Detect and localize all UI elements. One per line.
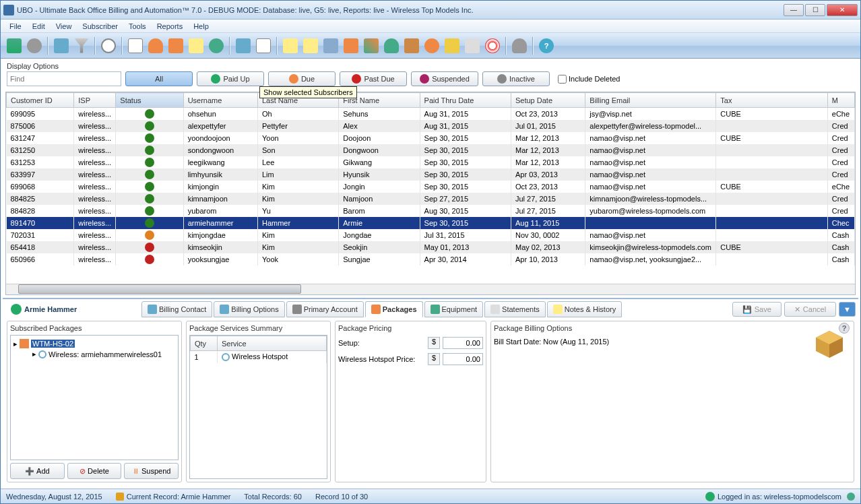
find-input[interactable] (7, 71, 121, 86)
tab-primary-account[interactable]: Primary Account (286, 301, 364, 317)
package-tree[interactable]: ▸ WTM-HS-02 ▸ Wireless: armiehammerwirel… (10, 335, 179, 460)
status-icon (145, 182, 154, 191)
package-box-icon (813, 327, 846, 359)
menu-view[interactable]: View (51, 21, 77, 32)
table-row[interactable]: 884825wireless...kimnamjoonKimNamjoonSep… (7, 193, 855, 205)
sticky-add-icon[interactable] (281, 36, 300, 55)
clock-icon[interactable] (99, 36, 118, 55)
filter-all[interactable]: All (125, 71, 193, 86)
expand-button[interactable]: ▼ (839, 302, 856, 317)
table-row[interactable]: 654418wireless...kimseokjinKimSeokjinMay… (7, 241, 855, 253)
service-cell: Wireless Hotspot (218, 351, 327, 363)
table-row[interactable]: 631250wireless...sondongwoonSonDongwoonS… (7, 144, 855, 156)
table-row[interactable]: 699095wireless...ohsehunOhSehunsAug 31, … (7, 108, 855, 121)
column-header[interactable]: ISP (74, 93, 116, 108)
spam-icon[interactable] (422, 36, 441, 55)
tree-package-node[interactable]: ▸ WTM-HS-02 (13, 338, 175, 349)
table-row[interactable]: 884828wireless...yubaromYuBaromAug 30, 2… (7, 205, 855, 217)
menu-reports[interactable]: Reports (152, 21, 188, 32)
table-row[interactable]: 631253wireless...leegikwangLeeGikwangSep… (7, 156, 855, 168)
column-header[interactable]: Username (183, 93, 257, 108)
filter-past-due[interactable]: Past Due (340, 71, 407, 86)
menu-tools[interactable]: Tools (124, 21, 151, 32)
tab-billing-options[interactable]: Billing Options (214, 301, 284, 317)
status-icon (145, 146, 154, 155)
column-header[interactable]: M (827, 93, 854, 108)
table-row[interactable]: 631247wireless...yoondoojoonYoonDoojoonS… (7, 132, 855, 144)
settings-icon[interactable] (25, 36, 44, 55)
subscribed-packages-label: Subscribed Packages (10, 324, 179, 332)
filter-icon[interactable] (72, 36, 91, 55)
status-icon (145, 158, 154, 167)
status-total-records: Total Records: 60 (244, 493, 302, 501)
include-deleted-checkbox[interactable]: Include Deleted (558, 75, 620, 84)
column-header[interactable]: Status (116, 93, 183, 108)
tab-statements[interactable]: Statements (484, 301, 546, 317)
close-button[interactable]: ✕ (827, 4, 858, 16)
table-row[interactable]: 650966wireless...yooksungjaeYookSungjaeA… (7, 253, 855, 265)
sticky-edit-icon[interactable] (301, 36, 320, 55)
users-icon[interactable] (166, 36, 185, 55)
box-icon[interactable] (402, 36, 421, 55)
add-subscriber-icon[interactable] (5, 36, 24, 55)
column-header[interactable]: Setup Date (511, 93, 585, 108)
status-date: Wednesday, August 12, 2015 (6, 493, 102, 501)
status-icon (145, 109, 154, 119)
note-icon[interactable] (187, 36, 205, 55)
filter-inactive[interactable]: Inactive (482, 71, 550, 86)
mail-icon[interactable] (254, 36, 273, 55)
hotspot-price-input[interactable] (443, 353, 483, 365)
tab-packages[interactable]: Packages (365, 301, 423, 317)
user-del-icon[interactable] (510, 36, 529, 55)
table-row[interactable]: 891470wireless...armiehammerHammerArmieS… (7, 217, 855, 229)
subscriber-grid[interactable]: Customer IDISPStatusUsernameLast NameFir… (6, 92, 855, 284)
minimize-button[interactable]: — (784, 4, 804, 16)
column-header[interactable]: Paid Thru Date (420, 93, 511, 108)
setup-price-input[interactable] (443, 337, 483, 349)
tab-equipment[interactable]: Equipment (424, 301, 484, 317)
cancel-button[interactable]: ✕Cancel (784, 302, 836, 317)
table-row[interactable]: 633997wireless...limhyunsikLimHyunsikSep… (7, 168, 855, 181)
delete-package-button[interactable]: ⊘Delete (67, 463, 122, 479)
user-icon[interactable] (146, 36, 165, 55)
menu-file[interactable]: File (5, 21, 26, 32)
suspend-package-button[interactable]: ⏸Suspend (124, 463, 179, 479)
menu-help[interactable]: Help (189, 21, 214, 32)
user2-icon[interactable] (382, 36, 401, 55)
wireless-icon (222, 353, 230, 361)
suspend-icon: ⏸ (132, 467, 139, 475)
help-icon[interactable]: ? (537, 36, 556, 55)
filter-due[interactable]: Due (268, 71, 336, 86)
filter-suspended[interactable]: Suspended (411, 71, 478, 86)
folder-icon[interactable] (342, 36, 360, 55)
table-row[interactable]: 699068wireless...kimjonginKimJonginSep 3… (7, 181, 855, 193)
status-icon (145, 230, 154, 240)
column-header[interactable]: Customer ID (7, 93, 74, 108)
menu-subscriber[interactable]: Subscriber (77, 21, 123, 32)
document-icon[interactable] (126, 36, 145, 55)
tab-notes[interactable]: Notes & History (547, 301, 622, 317)
cancel-icon: ✕ (794, 305, 800, 314)
chart-icon[interactable] (362, 36, 381, 55)
add-package-button[interactable]: ➕Add (10, 463, 65, 479)
menu-edit[interactable]: Edit (28, 21, 50, 32)
lifebuoy-icon[interactable] (483, 36, 502, 55)
report-icon[interactable] (52, 36, 71, 55)
column-header[interactable]: Billing Email (585, 93, 716, 108)
tree-service-node[interactable]: ▸ Wireless: armiehammerwireless01 (32, 349, 175, 359)
column-header[interactable]: Tax (716, 93, 827, 108)
send-icon[interactable] (234, 36, 253, 55)
attach-icon[interactable] (321, 36, 340, 55)
tab-billing-contact[interactable]: Billing Contact (141, 301, 212, 317)
globe-icon[interactable] (207, 36, 226, 55)
horizontal-scrollbar[interactable] (6, 284, 855, 294)
app-icon (3, 5, 14, 15)
maximize-button[interactable]: ☐ (805, 4, 825, 16)
save-button[interactable]: 💾Save (732, 302, 782, 317)
window-title: UBO - Ultimate Back Office Billing and A… (17, 6, 784, 14)
table-row[interactable]: 702031wireless...kimjongdaeKimJongdaeJul… (7, 229, 855, 241)
doc-del-icon[interactable] (463, 36, 482, 55)
filter-paid-up[interactable]: Paid Up (197, 71, 264, 86)
table-row[interactable]: 875006wireless...alexpettyferPettyferAle… (7, 120, 855, 132)
shield-icon[interactable] (443, 36, 461, 55)
